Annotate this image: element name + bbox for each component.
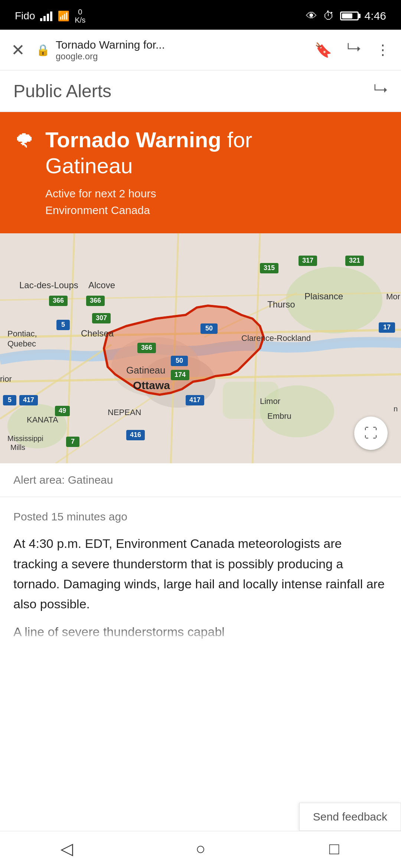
url-text: Tornado Warning for... google.org <box>56 39 165 62</box>
lock-icon: 🔒 <box>36 43 50 56</box>
svg-text:Plaisance: Plaisance <box>304 291 343 301</box>
send-feedback-button[interactable]: Send feedback <box>299 803 401 831</box>
svg-text:Pontiac,: Pontiac, <box>7 329 37 338</box>
back-button[interactable]: ◁ <box>52 838 82 860</box>
svg-text:Lac-des-Loups: Lac-des-Loups <box>19 280 78 290</box>
page-title: Public Alerts <box>13 81 111 101</box>
svg-text:49: 49 <box>59 407 66 414</box>
alert-body-text: At 4:30 p.m. EDT, Environment Canada met… <box>13 533 388 614</box>
svg-text:Mills: Mills <box>10 443 25 451</box>
svg-text:Limor: Limor <box>260 397 280 406</box>
posted-section: Posted 15 minutes ago At 4:30 p.m. EDT, … <box>0 497 401 644</box>
svg-text:417: 417 <box>189 396 200 404</box>
alert-area-section: Alert area: Gatineau <box>0 463 401 497</box>
home-button[interactable]: ○ <box>186 838 215 860</box>
time-display: 4:46 <box>365 10 386 22</box>
wifi-icon: 📶 <box>58 10 69 22</box>
alert-body-partial: A line of severe thunderstorms capabl <box>13 622 388 644</box>
url-bar[interactable]: 🔒 Tornado Warning for... google.org <box>36 39 303 62</box>
alert-headline: Tornado Warning forGatineau <box>45 127 252 178</box>
svg-text:Quebec: Quebec <box>7 339 36 348</box>
svg-text:366: 366 <box>53 297 64 304</box>
svg-text:50: 50 <box>205 325 213 332</box>
posted-time-label: Posted 15 minutes ago <box>13 510 388 523</box>
status-bar: Fido 📶 0K/s 👁 ⏱ 4:46 <box>0 0 401 30</box>
svg-text:NEPEAN: NEPEAN <box>108 408 141 417</box>
svg-text:307: 307 <box>96 314 107 322</box>
share-icon[interactable]: ⮡ <box>347 42 361 58</box>
map-svg: 50 50 366 366 366 307 5 5 174 417 417 41… <box>0 233 401 463</box>
bookmark-icon[interactable]: 🔖 <box>314 42 332 58</box>
svg-text:Mississippi: Mississippi <box>7 434 43 443</box>
alert-active-text: Active for next 2 hours <box>45 185 252 202</box>
send-feedback-label: Send feedback <box>313 811 387 823</box>
browser-actions: 🔖 ⮡ ⋮ <box>314 42 390 58</box>
alert-headline-bold: Tornado Warning <box>45 128 221 152</box>
svg-text:5: 5 <box>61 321 65 328</box>
carrier-label: Fido <box>15 10 35 22</box>
status-left: Fido 📶 0K/s <box>15 8 85 24</box>
fullscreen-button[interactable]: ⛶ <box>354 417 388 450</box>
eye-icon: 👁 <box>306 10 317 22</box>
alert-source: Environment Canada <box>45 202 252 218</box>
alert-area-label: Alert area: Gatineau <box>13 474 113 486</box>
svg-text:Clarence-Rockland: Clarence-Rockland <box>241 333 311 343</box>
svg-text:7: 7 <box>71 438 75 445</box>
page-header: Public Alerts ⮡ <box>0 70 401 112</box>
svg-text:5: 5 <box>8 396 12 404</box>
svg-text:rior: rior <box>0 374 12 384</box>
page-share-icon[interactable]: ⮡ <box>374 83 388 99</box>
svg-text:KANATA: KANATA <box>27 415 58 424</box>
svg-text:317: 317 <box>302 257 313 264</box>
alarm-icon: ⏱ <box>323 10 334 22</box>
fullscreen-icon: ⛶ <box>364 425 378 441</box>
svg-text:366: 366 <box>90 297 101 304</box>
svg-text:n: n <box>394 405 398 413</box>
svg-text:Embru: Embru <box>267 411 291 421</box>
svg-text:17: 17 <box>383 323 391 331</box>
svg-text:315: 315 <box>264 264 275 272</box>
navigation-bar: ◁ ○ □ <box>0 831 401 868</box>
svg-text:Mor: Mor <box>386 292 400 301</box>
signal-bars <box>40 11 52 21</box>
url-title: Tornado Warning for... <box>56 39 165 51</box>
svg-text:366: 366 <box>141 344 152 351</box>
tornado-icon: 🌪 <box>15 130 34 152</box>
data-speed: 0K/s <box>75 8 85 24</box>
alert-content: Tornado Warning forGatineau Active for n… <box>45 127 252 218</box>
more-options-icon[interactable]: ⋮ <box>376 42 390 58</box>
alert-banner: 🌪 Tornado Warning forGatineau Active for… <box>0 112 401 233</box>
svg-text:Alcove: Alcove <box>88 280 115 290</box>
svg-text:174: 174 <box>175 371 186 378</box>
status-right: 👁 ⏱ 4:46 <box>306 10 386 22</box>
svg-text:50: 50 <box>176 357 183 364</box>
svg-text:417: 417 <box>23 396 34 404</box>
alert-map[interactable]: 50 50 366 366 366 307 5 5 174 417 417 41… <box>0 233 401 463</box>
svg-text:Ottawa: Ottawa <box>133 379 170 391</box>
svg-text:Thurso: Thurso <box>267 299 295 309</box>
browser-chrome: ✕ 🔒 Tornado Warning for... google.org 🔖 … <box>0 30 401 70</box>
svg-text:Gatineau: Gatineau <box>126 365 166 376</box>
svg-text:321: 321 <box>349 257 360 264</box>
recents-button[interactable]: □ <box>319 838 349 860</box>
url-domain: google.org <box>56 51 165 62</box>
alert-icon-wrap: 🌪 <box>15 127 34 152</box>
close-tab-button[interactable]: ✕ <box>11 40 25 59</box>
battery-icon <box>340 11 359 20</box>
svg-text:416: 416 <box>130 431 141 438</box>
svg-text:Chelsea: Chelsea <box>81 328 114 338</box>
